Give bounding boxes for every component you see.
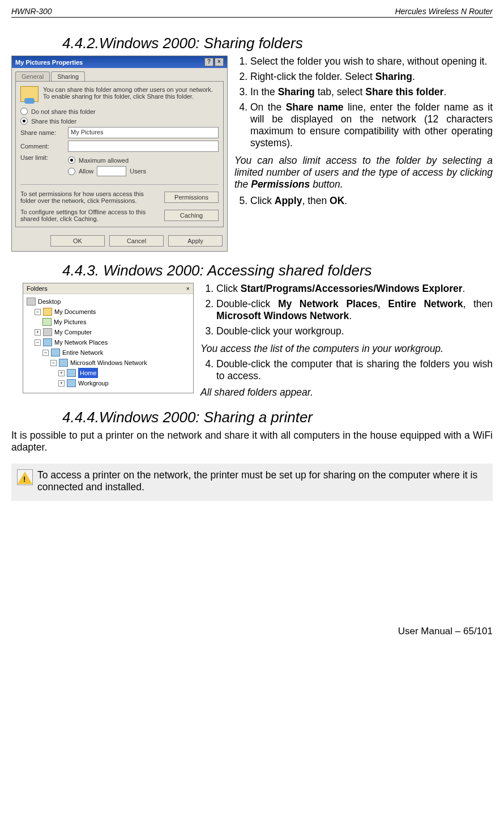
note-workgroup-list: You access the list of the computers in … <box>200 343 493 355</box>
network-icon <box>59 359 68 367</box>
radio-max-allowed[interactable] <box>68 156 75 164</box>
radio-share-folder-label: Share this folder <box>31 118 76 125</box>
step-443-2: Double-click My Network Places, Entire N… <box>216 298 493 322</box>
shared-folder-icon <box>20 86 39 102</box>
note-folders-appear: All shared folders appear. <box>200 387 493 398</box>
label-share-name: Share name: <box>20 129 65 136</box>
pictures-icon <box>42 318 52 326</box>
radio-allow[interactable] <box>68 168 75 175</box>
desktop-icon <box>27 298 36 305</box>
close-button[interactable]: × <box>215 58 224 66</box>
tree-network-places[interactable]: −My Network Places <box>35 337 190 347</box>
header-left: HWNR-300 <box>11 7 52 16</box>
tree-my-documents[interactable]: −My Documents <box>35 307 190 317</box>
page-footer: User Manual – 65/101 <box>11 626 493 637</box>
warning-text: To access a printer on the network, the … <box>37 469 487 493</box>
radio-do-not-share-label: Do not share this folder <box>31 108 96 115</box>
tree-ms-network[interactable]: −Microsoft Windows Network <box>50 358 190 368</box>
properties-dialog: My Pictures Properties ? × General Shari… <box>11 56 228 252</box>
step-443-3: Double-click your workgroup. <box>216 325 493 337</box>
workgroup-icon <box>67 369 76 377</box>
network-places-icon <box>43 338 52 346</box>
workgroup-icon <box>67 379 76 387</box>
radio-allow-label: Allow <box>79 168 93 175</box>
radio-do-not-share[interactable] <box>20 108 28 115</box>
tree-my-pictures[interactable]: My Pictures <box>42 317 190 327</box>
tab-sharing[interactable]: Sharing <box>51 71 85 81</box>
tree-desktop[interactable]: Desktop <box>27 296 190 307</box>
permissions-description: To set permissions for how users access … <box>20 190 160 204</box>
folder-icon <box>43 308 52 316</box>
input-allow-count[interactable] <box>97 166 126 176</box>
ok-button[interactable]: OK <box>50 235 105 247</box>
computer-icon <box>43 328 52 336</box>
help-button[interactable]: ? <box>204 58 213 66</box>
permissions-note: You can also limit access to the folder … <box>234 155 493 190</box>
permissions-button[interactable]: Permissions <box>164 192 219 203</box>
radio-max-allowed-label: Maximum allowed <box>79 157 129 164</box>
section-444-para: It is possible to put a printer on the n… <box>11 430 493 453</box>
globe-icon <box>51 349 60 357</box>
input-share-name[interactable]: My Pictures <box>68 127 219 138</box>
step-4: On the Share name line, enter the folder… <box>250 101 493 149</box>
tree-home[interactable]: +Home <box>58 368 190 378</box>
apply-button[interactable]: Apply <box>168 235 223 247</box>
radio-share-folder[interactable] <box>20 117 28 125</box>
folders-pane-title: Folders <box>27 285 48 292</box>
section-444-title: 4.4.4.Windows 2000: Sharing a printer <box>62 409 493 426</box>
step-5: Click Apply, then OK. <box>250 195 493 207</box>
step-443-4: Double-click the computer that is sharin… <box>216 358 493 382</box>
folders-pane: Folders × Desktop −My Documents My Pictu… <box>23 283 194 393</box>
section-442-title: 4.4.2.Windows 2000: Sharing folders <box>62 35 493 52</box>
label-comment: Comment: <box>20 143 65 150</box>
step-2: Right-click the folder. Select Sharing. <box>250 71 493 83</box>
tab-general[interactable]: General <box>15 71 50 81</box>
input-comment[interactable] <box>68 141 219 152</box>
caching-description: To configure settings for Offline access… <box>20 209 160 222</box>
cancel-button[interactable]: Cancel <box>109 235 164 247</box>
header-right: Hercules Wireless N Router <box>395 7 493 16</box>
step-443-1: Click Start/Programs/Accessories/Windows… <box>216 283 493 295</box>
dialog-title: My Pictures Properties <box>15 59 83 66</box>
label-user-limit: User limit: <box>20 154 65 161</box>
warning-box: To access a printer on the network, the … <box>11 464 493 501</box>
step-3: In the Sharing tab, select Share this fo… <box>250 86 493 98</box>
caching-button[interactable]: Caching <box>164 210 219 221</box>
tree-entire-network[interactable]: −Entire Network <box>42 347 190 358</box>
tree-workgroup[interactable]: +Workgroup <box>58 378 190 388</box>
folders-pane-close[interactable]: × <box>186 285 190 292</box>
users-suffix: Users <box>130 168 146 175</box>
dialog-description: You can share this folder among other us… <box>43 86 219 102</box>
step-1: Select the folder you wish to share, wit… <box>250 56 493 67</box>
section-443-title: 4.4.3. Windows 2000: Accessing shared fo… <box>62 262 493 279</box>
tree-my-computer[interactable]: +My Computer <box>35 327 190 337</box>
warning-icon <box>18 472 32 484</box>
